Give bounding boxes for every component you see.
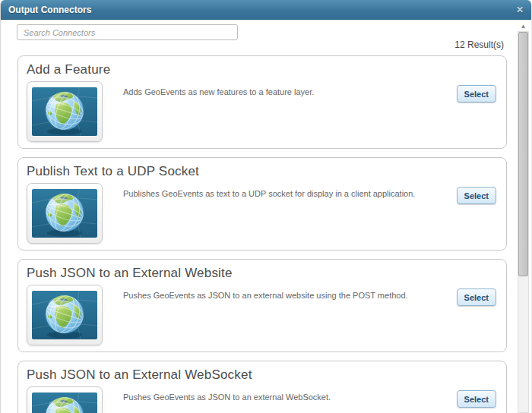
search-input[interactable] [17, 24, 238, 40]
connector-title: Push JSON to an External WebSocket [27, 367, 252, 383]
scroll-up-icon[interactable]: ▲ [518, 21, 529, 31]
select-button[interactable]: Select [457, 85, 496, 102]
globe-icon [32, 87, 97, 136]
connector-description: Pushes GeoEvents as JSON to an external … [123, 290, 447, 301]
connector-card: Publish Text to a UDP Socket [17, 157, 507, 251]
scrollbar-track[interactable] [518, 31, 529, 413]
connector-description: Publishes GeoEvents as text to a UDP soc… [123, 188, 447, 200]
dialog-content: 12 Result(s) Add a Feature [1, 20, 531, 413]
connector-card: Add a Feature [17, 55, 507, 149]
connector-title: Publish Text to a UDP Socket [27, 164, 199, 179]
scrollbar-thumb[interactable] [518, 32, 528, 276]
globe-icon [32, 189, 97, 238]
connector-description: Adds GeoEvents as new features to a feat… [123, 87, 447, 98]
connector-card: Push JSON to an External WebSocket [17, 361, 507, 413]
connector-thumbnail [27, 81, 103, 142]
connector-list: Add a Feature [17, 55, 507, 413]
results-count: 12 Result(s) [454, 39, 504, 50]
connector-thumbnail [27, 285, 103, 345]
select-button[interactable]: Select [457, 187, 496, 204]
connector-title: Push JSON to an External Website [27, 266, 233, 281]
connector-description: Pushes GeoEvents as JSON to an external … [123, 392, 447, 403]
connector-thumbnail [27, 183, 103, 244]
globe-icon [32, 393, 97, 413]
connector-title: Add a Feature [27, 62, 110, 77]
close-icon[interactable]: ✕ [516, 5, 524, 14]
scrollbar[interactable]: ▲ [518, 21, 529, 413]
select-button[interactable]: Select [457, 288, 496, 306]
dialog-titlebar: Output Connectors ✕ [1, 0, 531, 20]
dialog-title: Output Connectors [8, 5, 91, 15]
connector-card: Push JSON to an External Website [17, 259, 507, 352]
select-button[interactable]: Select [457, 390, 496, 408]
connector-thumbnail [27, 386, 103, 413]
globe-icon [32, 291, 97, 339]
output-connectors-dialog: Output Connectors ✕ 12 Result(s) Add a F… [0, 0, 532, 413]
